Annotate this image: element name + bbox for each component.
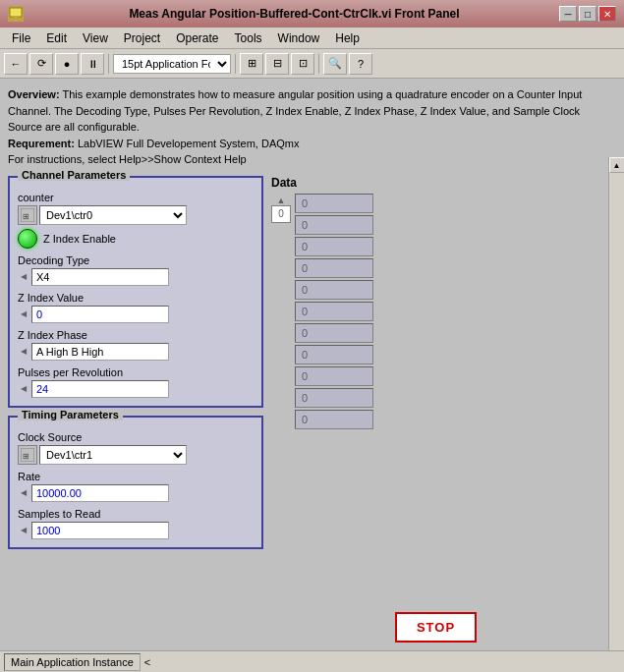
svg-text:⊞: ⊞ — [23, 212, 29, 221]
overview-section: Overview: This example demonstrates how … — [8, 86, 600, 168]
samples-label: Samples to Read — [18, 508, 254, 520]
pause-button[interactable]: ⏸ — [81, 53, 104, 75]
menu-bar: File Edit View Project Operate Tools Win… — [0, 28, 624, 49]
data-field-2: 0 — [295, 237, 373, 256]
counter-label: counter — [18, 192, 254, 203]
pulses-input[interactable] — [31, 380, 169, 398]
title-bar: Meas Angular Position-Buffered-Cont-CtrC… — [0, 0, 624, 28]
data-label: Data — [271, 176, 600, 190]
main-instance-status: Main Application Instance — [4, 653, 141, 671]
svg-rect-2 — [14, 17, 18, 20]
clock-source-label: Clock Source — [18, 431, 254, 443]
maximize-button[interactable]: □ — [579, 6, 596, 22]
back-button[interactable]: ← — [4, 53, 28, 75]
counter-dropdown-container: ⊞ Dev1\ctr0 — [18, 205, 254, 225]
overview-label: Overview: — [8, 88, 60, 100]
data-field-9: 0 — [295, 388, 373, 408]
menu-file[interactable]: File — [4, 29, 38, 47]
data-field-5: 0 — [295, 302, 373, 321]
z-index-phase-input[interactable] — [31, 343, 169, 361]
data-value-indicator: 0 — [271, 205, 291, 223]
svg-text:⊞: ⊞ — [23, 452, 29, 461]
status-bar: Main Application Instance < — [0, 650, 624, 672]
close-button[interactable]: ✕ — [598, 6, 616, 22]
pulses-arrow: ◀ — [18, 383, 29, 395]
z-index-value-label: Z Index Value — [18, 292, 254, 304]
data-field-4: 0 — [295, 280, 373, 300]
toolbar: ← ⟳ ● ⏸ 15pt Application Font ⊞ ⊟ ⊡ 🔍 ? — [0, 49, 624, 79]
requirement-text: LabVIEW Full Developement System, DAQmx — [75, 138, 300, 149]
overview-text: This example demonstrates how to measure… — [8, 88, 582, 133]
menu-operate[interactable]: Operate — [168, 29, 226, 47]
z-index-phase-field: ◀ — [18, 343, 254, 361]
data-field-0: 0 — [295, 194, 373, 213]
data-scroll-arrow[interactable]: ▲ — [277, 196, 286, 205]
samples-input[interactable] — [31, 522, 169, 539]
channel-parameters-group: Channel Parameters counter ⊞ Dev1\ctr0 — [8, 176, 263, 408]
z-index-led[interactable] — [18, 229, 37, 249]
toolbar-btn-1[interactable]: ⊞ — [240, 53, 263, 75]
data-field-1: 0 — [295, 215, 373, 235]
requirement-label: Requrement: — [8, 138, 75, 149]
rate-arrow: ◀ — [18, 487, 29, 499]
toolbar-btn-2[interactable]: ⊟ — [265, 53, 289, 75]
samples-field: ◀ — [18, 522, 254, 539]
stop-button[interactable]: STOP — [395, 612, 477, 643]
data-field-6: 0 — [295, 323, 373, 343]
z-index-enable-container: Z Index Enable — [18, 229, 254, 249]
scroll-up-button[interactable]: ▲ — [609, 157, 625, 173]
minimize-button[interactable]: ─ — [559, 6, 577, 22]
menu-help[interactable]: Help — [327, 29, 368, 47]
window-title: Meas Angular Position-Buffered-Cont-CtrC… — [29, 7, 559, 21]
app-icon — [8, 6, 24, 22]
menu-view[interactable]: View — [75, 29, 116, 47]
decoding-type-field: ◀ — [18, 268, 254, 286]
clock-icon: ⊞ — [18, 445, 37, 465]
run-button[interactable]: ● — [55, 53, 79, 75]
rate-input[interactable] — [31, 484, 169, 502]
clock-source-select[interactable]: Dev1\ctr1 — [39, 445, 187, 465]
data-field-10: 0 — [295, 410, 373, 429]
timing-parameters-group: Timing Parameters Clock Source ⊞ Dev1\ct… — [8, 416, 263, 549]
pulses-field: ◀ — [18, 380, 254, 398]
counter-select[interactable]: Dev1\ctr0 — [39, 205, 187, 225]
timing-params-title: Timing Parameters — [18, 409, 123, 420]
pulses-label: Pulses per Revolution — [18, 366, 254, 378]
font-selector[interactable]: 15pt Application Font — [113, 54, 231, 74]
menu-edit[interactable]: Edit — [38, 29, 75, 47]
z-index-value-field: ◀ — [18, 306, 254, 323]
toolbar-btn-3[interactable]: ⊡ — [291, 53, 314, 75]
toolbar-separator-1 — [108, 54, 109, 74]
samples-arrow: ◀ — [18, 525, 29, 536]
z-index-enable-label: Z Index Enable — [43, 233, 116, 245]
data-fields: 0 0 0 0 0 0 0 0 0 0 0 — [295, 194, 373, 429]
window-controls: ─ □ ✕ — [559, 6, 616, 22]
channel-params-title: Channel Parameters — [18, 169, 130, 181]
status-scroll-arrow[interactable]: < — [144, 656, 150, 668]
menu-project[interactable]: Project — [116, 29, 168, 47]
left-panels: Channel Parameters counter ⊞ Dev1\ctr0 — [8, 176, 263, 644]
z-index-value-input[interactable] — [31, 306, 169, 323]
data-field-8: 0 — [295, 366, 373, 386]
data-field-7: 0 — [295, 345, 373, 364]
toolbar-btn-5[interactable]: ? — [349, 53, 372, 75]
toolbar-separator-3 — [318, 54, 319, 74]
main-content: Overview: This example demonstrates how … — [0, 79, 624, 650]
menu-tools[interactable]: Tools — [227, 29, 270, 47]
scrollbar: ▲ ▼ — [608, 157, 624, 650]
clock-source-dropdown-container: ⊞ Dev1\ctr1 — [18, 445, 254, 465]
decoding-arrow: ◀ — [18, 271, 29, 283]
z-index-value-arrow: ◀ — [18, 308, 29, 320]
z-index-phase-label: Z Index Phase — [18, 329, 254, 341]
decoding-type-label: Decoding Type — [18, 254, 254, 266]
help-text: For instructions, select Help>>Show Cont… — [8, 153, 247, 165]
toolbar-btn-4[interactable]: 🔍 — [323, 53, 347, 75]
rate-field: ◀ — [18, 484, 254, 502]
panels-container: Channel Parameters counter ⊞ Dev1\ctr0 — [8, 176, 600, 644]
menu-window[interactable]: Window — [270, 29, 328, 47]
counter-icon: ⊞ — [18, 205, 37, 225]
toolbar-separator-2 — [235, 54, 236, 74]
decoding-type-input[interactable] — [31, 268, 169, 286]
refresh-button[interactable]: ⟳ — [29, 53, 53, 75]
right-panel: Data ▲ 0 0 0 0 0 0 0 0 0 — [271, 176, 600, 644]
